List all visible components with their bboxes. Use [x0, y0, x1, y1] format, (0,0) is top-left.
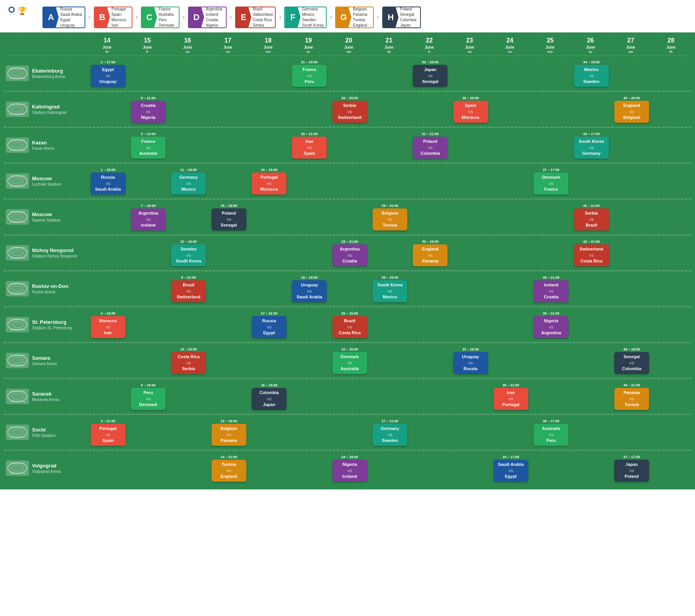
match-card-36[interactable]: 36 – 20:00 Spain VS Morocco	[452, 96, 489, 122]
match-box[interactable]: Belgium VS Tunisia	[373, 208, 407, 230]
match-card-1[interactable]: 1 – 18:00 Russia VS Saudi Arabia	[90, 168, 126, 194]
match-box[interactable]: Serbia VS Switzerland	[332, 101, 367, 122]
match-card-39[interactable]: 39 – 21:00 Nigeria VS Argentina	[533, 311, 570, 338]
match-card-21[interactable]: 21 – 20:00 France VS Peru	[291, 60, 328, 86]
match-box[interactable]: Portugal VS Spain	[91, 424, 125, 445]
match-card-45[interactable]: 45 – 20:00 England VS Belgium	[614, 96, 650, 122]
match-box[interactable]: Colombia VS Japan	[252, 388, 286, 410]
match-box[interactable]: Uruguay VS Russia	[453, 352, 488, 374]
match-card-44[interactable]: 44 – 19:00 Mexico VS Sweden	[573, 60, 610, 86]
match-box[interactable]: Brazil VS Costa Rica	[332, 316, 367, 338]
match-card-12[interactable]: 12 – 15:00 Sweden VS South Korea	[170, 240, 207, 266]
match-box[interactable]: Argentina VS Croatia	[332, 244, 367, 266]
match-box[interactable]: South Korea VS Germany	[574, 137, 609, 158]
match-box[interactable]: Iceland VS Croatia	[534, 280, 568, 302]
match-team2: South Korea	[176, 259, 201, 263]
match-box[interactable]: Belgium VS Panama	[212, 424, 246, 445]
match-card-29[interactable]: 29 – 15:00 Belgium VS Tunisia	[372, 204, 409, 230]
match-card-22[interactable]: 22 – 16:00 Denmark VS Australia	[331, 347, 368, 374]
match-box[interactable]: England VS Panama	[413, 244, 448, 266]
match-box[interactable]: South Korea VS Mexico	[373, 280, 407, 302]
match-card-13[interactable]: 13 – 18:00 Belgium VS Panama	[210, 419, 247, 445]
match-card-6[interactable]: 6 – 19:00 Peru VS Denmark	[130, 383, 167, 410]
match-box[interactable]: Germany VS Mexico	[171, 173, 206, 194]
match-card-34[interactable]: 34 – 17:00 Saudi Arabia VS Egypt	[493, 455, 529, 481]
match-box[interactable]: Brazil VS Switzerland	[171, 280, 206, 302]
match-card-35[interactable]: 35 – 21:00 Iran VS Portugal	[493, 383, 529, 410]
match-card-31[interactable]: 31 – 21:00 Poland VS Colombia	[412, 132, 449, 158]
match-box[interactable]: Denmark VS Australia	[332, 352, 367, 374]
match-box[interactable]: Peru VS Denmark	[131, 388, 166, 410]
match-box[interactable]: Croatia VS Nigeria	[131, 101, 166, 122]
match-card-14[interactable]: 14 – 21:00 Tunisia VS England	[210, 455, 247, 481]
match-box[interactable]: Iran VS Spain	[292, 137, 327, 158]
match-card-15[interactable]: 15 – 18:00 Poland VS Senegal	[210, 204, 247, 230]
match-card-19[interactable]: 19 – 15:00 Portugal VS Morocco	[251, 168, 288, 194]
match-card-11[interactable]: 11 – 18:00 Germany VS Mexico	[170, 168, 207, 194]
match-box[interactable]: Portugal VS Morocco	[252, 173, 286, 194]
match-box[interactable]: Sweden VS South Korea	[171, 244, 206, 266]
match-card-5[interactable]: 5 – 13:00 France VS Australia	[130, 132, 167, 158]
match-card-46[interactable]: 46 – 21:00 Panama VS Tunisia	[614, 383, 650, 410]
match-card-24[interactable]: 24 – 18:00 Nigeria VS Iceland	[331, 455, 368, 481]
match-card-16[interactable]: 16 – 15:00 Colombia VS Japan	[251, 383, 288, 410]
match-card-9[interactable]: 9 – 21:00 Brazil VS Switzerland	[170, 276, 207, 302]
match-box[interactable]: Nigeria VS Argentina	[534, 316, 568, 338]
match-card-28[interactable]: 28 – 18:00 South Korea VS Mexico	[372, 276, 409, 302]
match-card-25[interactable]: 25 – 15:00 Brazil VS Costa Rica	[331, 311, 368, 338]
match-card-27[interactable]: 27 – 21:00 Germany VS Sweden	[372, 419, 409, 445]
match-box[interactable]: Morocco VS Iran	[91, 316, 125, 338]
match-box[interactable]: Mexico VS Sweden	[574, 65, 609, 86]
match-card-32[interactable]: 32 – 20:00 Japan VS Senegal	[412, 60, 449, 86]
match-card-2[interactable]: 2 – 17:00 Egypt VS Uruguay	[90, 60, 126, 86]
match-card-48[interactable]: 48 – 18:00 Senegal VS Colombia	[614, 347, 650, 374]
match-box[interactable]: Iran VS Portugal	[493, 388, 528, 410]
match-box[interactable]: Russia VS Egypt	[252, 316, 286, 338]
match-box[interactable]: France VS Peru	[292, 65, 327, 86]
match-box[interactable]: Switzerland VS Costa Rica	[574, 244, 609, 266]
match-card-3[interactable]: 3 – 21:00 Portugal VS Spain	[90, 419, 126, 445]
match-card-43[interactable]: 43 – 17:00 South Korea VS Germany	[573, 132, 610, 158]
match-box[interactable]: Panama VS Tunisia	[614, 388, 649, 410]
match-box[interactable]: France VS Australia	[131, 137, 166, 158]
match-box[interactable]: Poland VS Senegal	[212, 208, 246, 230]
match-number-time: 27 – 21:00	[381, 419, 398, 423]
match-box[interactable]: Egypt VS Uruguay	[91, 65, 125, 86]
match-card-33[interactable]: 33 – 18:00 Uruguay VS Russia	[452, 347, 489, 374]
match-box[interactable]: Argentina VS Iceland	[131, 208, 166, 230]
match-box[interactable]: Japan VS Poland	[614, 460, 649, 481]
match-box[interactable]: Serbia VS Brazil	[574, 208, 609, 230]
match-card-30[interactable]: 30 – 15:00 England VS Panama	[412, 240, 449, 266]
match-box[interactable]: Costa Rica VS Serbia	[171, 352, 206, 374]
match-box[interactable]: Tunisia VS England	[212, 460, 246, 481]
match-card-37[interactable]: 37 – 17:00 Denmark VS France	[533, 168, 570, 194]
venue-row-4: MoscowSpartak Stadium7 – 16:00 Argentina…	[4, 199, 691, 234]
match-card-10[interactable]: 10 – 16:00 Costa Rica VS Serbia	[170, 347, 207, 374]
match-card-42[interactable]: 42 – 21:00 Switzerland VS Costa Rica	[573, 240, 610, 266]
match-card-4[interactable]: 4 – 18:00 Morocco VS Iran	[90, 311, 126, 338]
match-box[interactable]: Spain VS Morocco	[453, 101, 488, 122]
match-card-8[interactable]: 8 – 21:00 Croatia VS Nigeria	[130, 96, 167, 122]
match-card-18[interactable]: 18 – 18:00 Uruguay VS Saudi Arabia	[291, 276, 328, 302]
match-box[interactable]: Russia VS Saudi Arabia	[91, 173, 125, 194]
match-card-7[interactable]: 7 – 16:00 Argentina VS Iceland	[130, 204, 167, 230]
match-card-17[interactable]: 17 – 21:00 Russia VS Egypt	[251, 311, 288, 338]
match-card-20[interactable]: 20 – 21:00 Iran VS Spain	[291, 132, 328, 158]
match-card-23[interactable]: 23 – 21:00 Argentina VS Croatia	[331, 240, 368, 266]
match-card-26[interactable]: 26 – 20:00 Serbia VS Switzerland	[331, 96, 368, 122]
match-card-40[interactable]: 40 – 21:00 Iceland VS Croatia	[533, 276, 570, 302]
venue-row-9: SaranskMordovia Arena6 – 19:00 Peru VS D…	[4, 379, 691, 414]
match-box[interactable]: Australia VS Peru	[534, 424, 568, 445]
match-box[interactable]: England VS Belgium	[614, 101, 649, 122]
match-box[interactable]: Nigeria VS Iceland	[332, 460, 367, 481]
match-box[interactable]: Germany VS Sweden	[373, 424, 407, 445]
match-card-47[interactable]: 47 – 17:00 Japan VS Poland	[614, 455, 650, 481]
match-box[interactable]: Uruguay VS Saudi Arabia	[292, 280, 327, 302]
match-box[interactable]: Senegal VS Colombia	[614, 352, 649, 374]
match-box[interactable]: Japan VS Senegal	[413, 65, 448, 86]
match-card-38[interactable]: 38 – 17:00 Australia VS Peru	[533, 419, 570, 445]
match-card-41[interactable]: 41 – 21:00 Serbia VS Brazil	[573, 204, 610, 230]
match-box[interactable]: Denmark VS France	[534, 173, 568, 194]
match-box[interactable]: Saudi Arabia VS Egypt	[493, 460, 528, 481]
match-box[interactable]: Poland VS Colombia	[413, 137, 448, 158]
